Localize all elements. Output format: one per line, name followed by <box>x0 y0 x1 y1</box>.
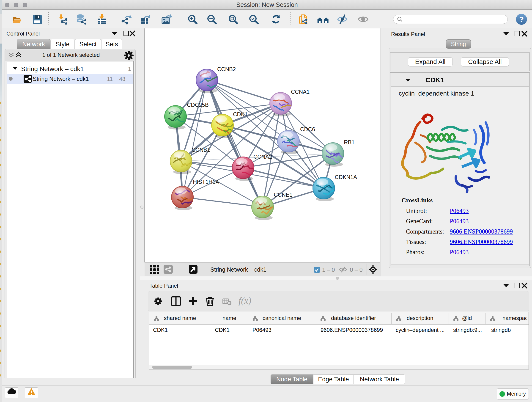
svg-text:CCNB1: CCNB1 <box>191 147 210 153</box>
svg-text:CDC25B: CDC25B <box>187 102 209 108</box>
svg-text:CDKN1A: CDKN1A <box>335 174 357 180</box>
svg-text:CCNE1: CCNE1 <box>274 191 292 198</box>
svg-text:CCNA1: CCNA1 <box>291 89 310 95</box>
svg-text:CDC6: CDC6 <box>300 126 315 132</box>
svg-text:CDK1: CDK1 <box>233 111 248 117</box>
svg-text:RB1: RB1 <box>344 139 355 145</box>
svg-text:CCNA2: CCNA2 <box>253 153 272 160</box>
svg-text:HIST1H1A: HIST1H1A <box>193 179 219 185</box>
svg-text:CCNB2: CCNB2 <box>217 66 236 72</box>
